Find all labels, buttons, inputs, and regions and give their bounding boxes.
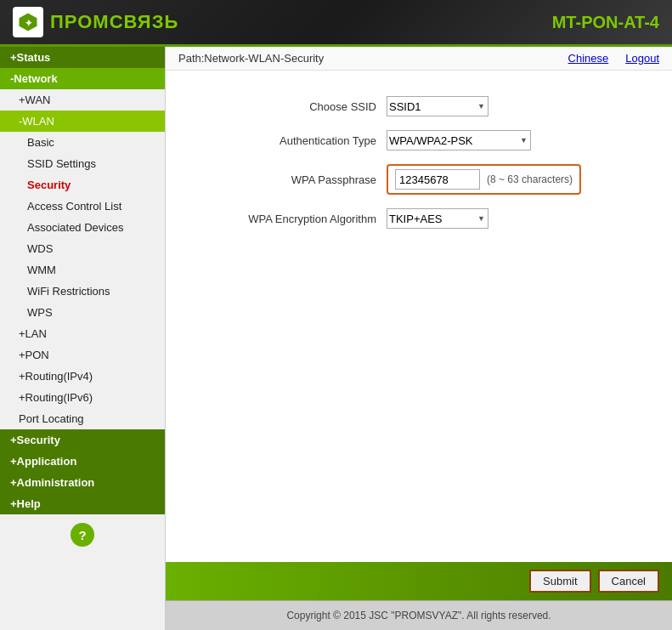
breadcrumb-bar: Path:Network-WLAN-Security Chinese Logou… [166,47,672,71]
sidebar-item-security[interactable]: Security [0,174,165,196]
cancel-button[interactable]: Cancel [598,570,659,593]
sidebar-item-wps[interactable]: WPS [0,302,165,323]
logo-icon: ✦ [13,7,43,37]
sidebar-item-status[interactable]: +Status [0,47,165,68]
sidebar-item-administration[interactable]: +Administration [0,472,165,493]
breadcrumb-links: Chinese Logout [568,52,659,65]
encryption-label: WPA Encryption Algorithm [200,213,387,225]
choose-ssid-row: Choose SSID SSID1 SSID2 SSID3 SSID4 [200,96,638,116]
encryption-select-wrapper: TKIP+AES TKIP AES [387,208,488,229]
auth-type-select[interactable]: WPA/WPA2-PSK WPA-PSK WPA2-PSK None [387,130,531,150]
sidebar-item-basic[interactable]: Basic [0,132,165,153]
passphrase-input[interactable] [395,169,480,190]
breadcrumb-path: Path:Network-WLAN-Security [178,52,324,65]
sidebar-item-wlan[interactable]: -WLAN [0,111,165,132]
passphrase-hint: (8 ~ 63 characters) [487,173,573,185]
sidebar-item-wmm[interactable]: WMM [0,259,165,281]
sidebar-item-wds[interactable]: WDS [0,238,165,259]
footer: Copyright © 2015 JSC "PROMSVYAZ". All ri… [166,600,672,630]
sidebar: +Status -Network +WAN -WLAN Basic SSID S… [0,47,166,630]
sidebar-item-routing-ipv4[interactable]: +Routing(IPv4) [0,366,165,387]
sidebar-item-network[interactable]: -Network [0,68,165,89]
auth-type-select-wrapper: WPA/WPA2-PSK WPA-PSK WPA2-PSK None [387,130,531,150]
sidebar-item-associated-devices[interactable]: Associated Devices [0,217,165,238]
header: ✦ ПРОМСВЯЗЬ MT-PON-AT-4 [0,0,672,47]
sidebar-item-port-locating[interactable]: Port Locating [0,408,165,429]
passphrase-label: WPA Passphrase [200,173,387,186]
logo-text: ПРОМСВЯЗЬ [50,11,178,33]
sidebar-item-wan[interactable]: +WAN [0,89,165,111]
choose-ssid-select-wrapper: SSID1 SSID2 SSID3 SSID4 [387,96,488,116]
sidebar-item-access-control-list[interactable]: Access Control List [0,196,165,217]
sidebar-item-pon[interactable]: +PON [0,344,165,366]
svg-text:✦: ✦ [25,18,32,28]
passphrase-input-group: (8 ~ 63 characters) [387,164,581,195]
submit-button[interactable]: Submit [529,570,590,593]
sidebar-item-security-top[interactable]: +Security [0,429,165,451]
sidebar-item-application[interactable]: +Application [0,451,165,472]
encryption-select[interactable]: TKIP+AES TKIP AES [387,208,488,229]
sidebar-item-help[interactable]: +Help [0,493,165,514]
choose-ssid-label: Choose SSID [200,100,387,113]
auth-type-row: Authentication Type WPA/WPA2-PSK WPA-PSK… [200,130,638,150]
auth-type-label: Authentication Type [200,134,387,147]
content-spacer [166,342,672,562]
sidebar-item-ssid-settings[interactable]: SSID Settings [0,153,165,174]
header-logo: ✦ ПРОМСВЯЗЬ [13,7,178,37]
logout-link[interactable]: Logout [625,52,659,65]
help-button-container: ? [0,514,165,555]
header-device-name: MT-PON-AT-4 [552,13,659,32]
choose-ssid-select[interactable]: SSID1 SSID2 SSID3 SSID4 [387,96,488,116]
encryption-row: WPA Encryption Algorithm TKIP+AES TKIP A… [200,208,638,229]
sidebar-item-wifi-restrictions[interactable]: WiFi Restrictions [0,281,165,302]
help-circle-button[interactable]: ? [71,523,94,547]
bottom-bar: Submit Cancel [166,562,672,600]
copyright-text: Copyright © 2015 JSC "PROMSVYAZ". All ri… [286,610,551,621]
sidebar-item-routing-ipv6[interactable]: +Routing(IPv6) [0,387,165,408]
passphrase-row: WPA Passphrase (8 ~ 63 characters) [200,164,638,195]
chinese-link[interactable]: Chinese [568,52,609,65]
sidebar-item-lan[interactable]: +LAN [0,323,165,344]
form-area: Choose SSID SSID1 SSID2 SSID3 SSID4 Auth… [166,71,672,342]
